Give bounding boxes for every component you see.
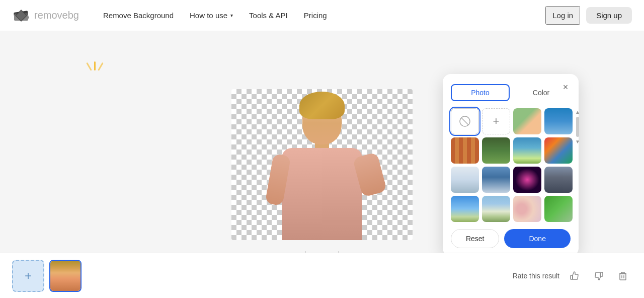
bg-city[interactable] — [544, 167, 573, 193]
nav-how-to-use[interactable]: How to use ▾ — [182, 7, 241, 24]
bg-add-item[interactable]: + — [482, 108, 510, 134]
spinner-line-3 — [98, 62, 104, 71]
bg-sky[interactable] — [451, 196, 479, 222]
nav-right: Log in Sign up — [545, 6, 632, 25]
hair — [299, 92, 345, 119]
trash-icon — [617, 270, 628, 281]
canvas-wrapper: − + ↩ ↪ — [231, 89, 413, 240]
thumbnail-preview — [50, 261, 80, 291]
svg-rect-13 — [620, 274, 626, 280]
delete-button[interactable] — [614, 267, 632, 285]
bg-green[interactable] — [544, 196, 573, 222]
nav-pricing[interactable]: Pricing — [296, 7, 335, 24]
logo[interactable]: removebg — [12, 7, 79, 25]
bg-person1[interactable] — [513, 108, 541, 134]
grid-wrapper: + ▲ — [451, 108, 571, 222]
panel-tabs: Photo Color — [451, 84, 571, 101]
signup-button[interactable]: Sign up — [586, 7, 632, 24]
reset-button[interactable]: Reset — [451, 229, 499, 248]
bg-pink[interactable] — [513, 167, 541, 193]
logo-icon — [12, 7, 30, 25]
background-panel: × Photo Color + — [443, 74, 579, 256]
nav-tools-api[interactable]: Tools & API — [241, 7, 296, 24]
bg-coast[interactable] — [513, 137, 541, 164]
shirt — [282, 148, 362, 240]
thumbs-down-icon — [593, 270, 604, 281]
bg-lake[interactable] — [482, 167, 510, 193]
thumbs-down-button[interactable] — [590, 267, 608, 285]
bg-mountains[interactable] — [482, 196, 510, 222]
done-button[interactable]: Done — [504, 229, 571, 248]
person-cutout — [262, 92, 382, 240]
background-grid: + — [451, 108, 573, 222]
rating-label: Rate this result — [513, 272, 559, 280]
thumbs-up-button[interactable] — [566, 267, 584, 285]
login-button[interactable]: Log in — [545, 6, 580, 25]
scrollbar-thumb[interactable] — [576, 117, 579, 137]
bottom-strip: + Rate this result — [0, 253, 644, 298]
bg-fog[interactable] — [451, 167, 479, 193]
svg-line-10 — [461, 118, 468, 125]
svg-rect-12 — [601, 272, 603, 276]
logo-text: removebg — [34, 10, 79, 21]
bg-ocean[interactable] — [544, 108, 573, 134]
thumbnail-item[interactable] — [49, 260, 82, 292]
nav-left: removebg Remove Background How to use ▾ … — [12, 7, 335, 25]
panel-actions: Reset Done — [451, 229, 571, 248]
thumbs-up-icon — [569, 270, 580, 281]
scroll-up-arrow[interactable]: ▲ — [575, 109, 580, 115]
svg-rect-11 — [571, 275, 573, 279]
scrollbar[interactable]: ▲ ▼ — [576, 108, 580, 222]
bg-bokeh[interactable] — [513, 196, 541, 222]
canvas-image — [231, 89, 413, 240]
panel-close-button[interactable]: × — [558, 80, 573, 94]
add-image-button[interactable]: + — [12, 260, 44, 292]
rating-area: Rate this result — [513, 267, 632, 285]
chevron-down-icon: ▾ — [230, 13, 233, 18]
thumbnail-list: + — [12, 260, 82, 292]
navbar: removebg Remove Background How to use ▾ … — [0, 0, 644, 31]
bg-stripes[interactable] — [451, 137, 479, 164]
nav-remove-background[interactable]: Remove Background — [95, 7, 182, 24]
bg-none-item[interactable] — [451, 108, 479, 134]
spinner-line-1 — [86, 62, 92, 71]
tab-photo[interactable]: Photo — [451, 84, 510, 101]
nav-links: Remove Background How to use ▾ Tools & A… — [95, 7, 335, 24]
bg-forest[interactable] — [482, 137, 510, 164]
loading-spinner — [91, 61, 99, 70]
no-background-icon — [459, 115, 471, 127]
scroll-down-arrow[interactable]: ▼ — [575, 139, 580, 144]
bg-art[interactable] — [544, 137, 573, 164]
spinner-line-2 — [94, 61, 96, 70]
